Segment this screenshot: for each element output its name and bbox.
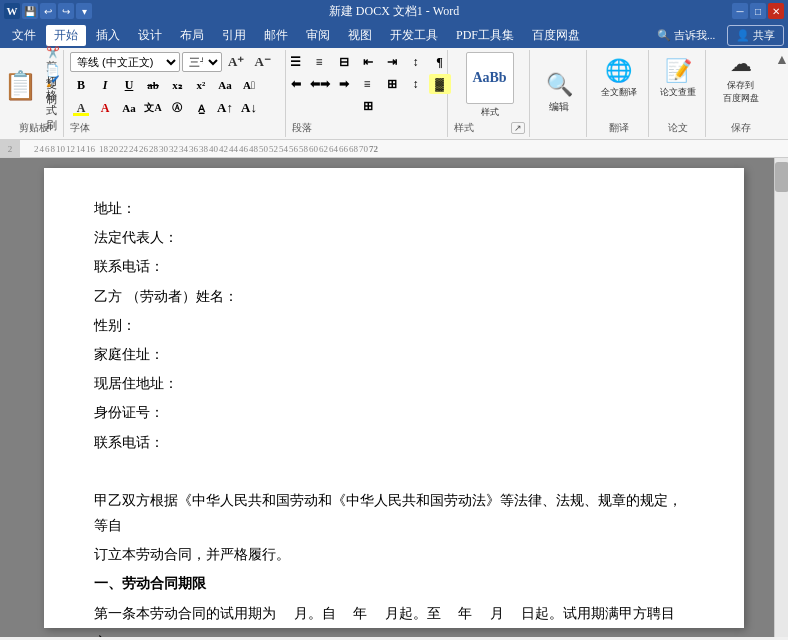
style-box[interactable]: AaBb (466, 52, 514, 104)
sort-button[interactable]: ↕ (405, 52, 427, 72)
format-painter-button[interactable]: 🖌️ 格式刷 (42, 96, 67, 112)
doc-line-14[interactable]: 方。 (94, 630, 694, 637)
align-left-button[interactable]: ⬅ (285, 74, 307, 94)
border-button[interactable]: ⊞ (357, 96, 379, 116)
decrease-char-button[interactable]: A↓ (238, 98, 260, 118)
doc-line-8[interactable]: 身份证号： (94, 400, 694, 425)
translate-full-button[interactable]: 🌐 全文翻译 (594, 52, 644, 104)
scrollbar-track[interactable] (774, 158, 788, 637)
font-grow-button[interactable]: A⁺ (224, 52, 248, 72)
style-group-label: 样式 ↗ (454, 119, 525, 135)
menu-item-insert[interactable]: 插入 (88, 25, 128, 46)
clipboard-side: ✂️ 剪切 📄 复制 🖌️ 格式刷 (42, 60, 67, 112)
circle-char-button[interactable]: Ⓐ (166, 98, 188, 118)
bold-button[interactable]: B (70, 75, 92, 95)
align-center-button[interactable]: ⬅➡ (309, 74, 331, 94)
font-shrink-button[interactable]: A⁻ (250, 52, 274, 72)
indent-increase-button[interactable]: ⇥ (381, 52, 403, 72)
doc-line-10[interactable]: 甲乙双方根据《中华人民共和国劳动和《中华人民共和国劳动法》等法律、法规、规章的规… (94, 488, 694, 538)
style-dialog-btn[interactable]: ↗ (511, 122, 525, 134)
line-spacing-button[interactable]: ↕ (405, 74, 427, 94)
shading-button[interactable]: ▓ (429, 74, 451, 94)
doc-line-2[interactable]: 法定代表人： (94, 225, 694, 250)
ruler-tick-60: 60 (309, 144, 318, 154)
menu-item-pdf[interactable]: PDF工具集 (448, 25, 522, 46)
align-right-button[interactable]: ➡ (333, 74, 355, 94)
doc-line-13[interactable]: 第一条本劳动合同的试用期为 月。自 年 月起。至 年 月 日起。试用期满甲方聘目 (94, 601, 694, 626)
menu-item-mailings[interactable]: 邮件 (256, 25, 296, 46)
number-list-button[interactable]: ≡ (309, 52, 331, 72)
menu-item-references[interactable]: 引用 (214, 25, 254, 46)
phonetic-button[interactable]: 文A (142, 98, 164, 118)
menu-item-baidu[interactable]: 百度网盘 (524, 25, 588, 46)
font-name-select[interactable]: 等线 (中文正文) (70, 52, 180, 72)
title-bar: W 💾 ↩ ↪ ▾ 新建 DOCX 文档1 - Word ─ □ ✕ (0, 0, 788, 22)
show-marks-button[interactable]: ¶ (429, 52, 451, 72)
line-number-indicator: 2 (0, 140, 20, 158)
char-spacing-button[interactable]: Aa (118, 98, 140, 118)
edit-button[interactable]: 🔍 编辑 (536, 63, 582, 123)
document-page[interactable]: 地址： 法定代表人： 联系电话： 乙方 （劳动者）姓名： 性别： 家庭住址： 现… (44, 168, 744, 628)
style-group: AaBb 样式 样式 ↗ (450, 50, 530, 137)
subscript-button[interactable]: x₂ (166, 75, 188, 95)
font-size-select[interactable]: 三号 初号 小初 (182, 52, 222, 72)
save-baidu-button[interactable]: ☁ 保存到百度网盘 (716, 52, 766, 104)
paste-button[interactable]: 📋 (0, 60, 40, 112)
indent-decrease-button[interactable]: ⇤ (357, 52, 379, 72)
doc-line-1[interactable]: 地址： (94, 196, 694, 221)
doc-line-11[interactable]: 订立本劳动合同，并严格履行。 (94, 542, 694, 567)
outline-list-button[interactable]: ⊟ (333, 52, 355, 72)
bullet-list-button[interactable]: ☰ (285, 52, 307, 72)
ruler-tick-4: 4 (40, 144, 45, 154)
strikethrough-button[interactable]: ab (142, 75, 164, 95)
ruler-tick-20: 20 (109, 144, 118, 154)
char-border-button[interactable]: A̲ (190, 98, 212, 118)
doc-line-5[interactable]: 性别： (94, 313, 694, 338)
increase-char-button[interactable]: A↑ (214, 98, 236, 118)
doc-line-12[interactable]: 一、劳动合同期限 (94, 571, 694, 596)
doc-line-7[interactable]: 现居住地址： (94, 371, 694, 396)
ruler-tick-62: 62 (319, 144, 328, 154)
ruler-tick-10: 10 (56, 144, 65, 154)
doc-line-6[interactable]: 家庭住址： (94, 342, 694, 367)
menu-item-layout[interactable]: 布局 (172, 25, 212, 46)
menu-item-share[interactable]: 👤 共享 (727, 25, 784, 46)
italic-button[interactable]: I (94, 75, 116, 95)
paper-check-button[interactable]: 📝 论文查重 (653, 52, 703, 104)
menu-item-help[interactable]: 🔍 吉诉我... (649, 26, 723, 45)
document-area[interactable]: 地址： 法定代表人： 联系电话： 乙方 （劳动者）姓名： 性别： 家庭住址： 现… (0, 158, 788, 637)
ruler-tick-64: 64 (329, 144, 338, 154)
paper-group: 📝 论文查重 论文 (651, 50, 706, 137)
justify-button[interactable]: ≡ (357, 74, 379, 94)
quick-save-btn[interactable]: 💾 (22, 3, 38, 19)
clear-format-button[interactable]: A⃝ (238, 75, 260, 95)
doc-line-4[interactable]: 乙方 （劳动者）姓名： (94, 284, 694, 309)
edit-label: 编辑 (549, 100, 569, 114)
menu-item-home[interactable]: 开始 (46, 25, 86, 46)
minimize-btn[interactable]: ─ (732, 3, 748, 19)
maximize-btn[interactable]: □ (750, 3, 766, 19)
case-button[interactable]: Aa (214, 75, 236, 95)
menu-item-design[interactable]: 设计 (130, 25, 170, 46)
scrollbar-thumb[interactable] (775, 162, 788, 192)
text-highlight-button[interactable]: A (70, 98, 92, 118)
font-color-button[interactable]: A (94, 98, 116, 118)
undo-btn[interactable]: ↩ (40, 3, 56, 19)
menu-item-file[interactable]: 文件 (4, 25, 44, 46)
menu-item-developer[interactable]: 开发工具 (382, 25, 446, 46)
edit-group-label (536, 133, 582, 135)
menu-item-review[interactable]: 审阅 (298, 25, 338, 46)
ribbon-collapse-btn[interactable]: ▲ (775, 50, 788, 137)
close-btn[interactable]: ✕ (768, 3, 784, 19)
customize-btn[interactable]: ▾ (76, 3, 92, 19)
style-preview[interactable]: AaBb 样式 (466, 52, 514, 119)
para-group-label: 段落 (292, 119, 443, 135)
redo-btn[interactable]: ↪ (58, 3, 74, 19)
ruler-tick-22: 22 (119, 144, 128, 154)
underline-button[interactable]: U (118, 75, 140, 95)
menu-item-view[interactable]: 视图 (340, 25, 380, 46)
doc-line-9[interactable]: 联系电话： (94, 430, 694, 455)
doc-line-3[interactable]: 联系电话： (94, 254, 694, 279)
superscript-button[interactable]: x² (190, 75, 212, 95)
justify-chinese-button[interactable]: ⊞ (381, 74, 403, 94)
